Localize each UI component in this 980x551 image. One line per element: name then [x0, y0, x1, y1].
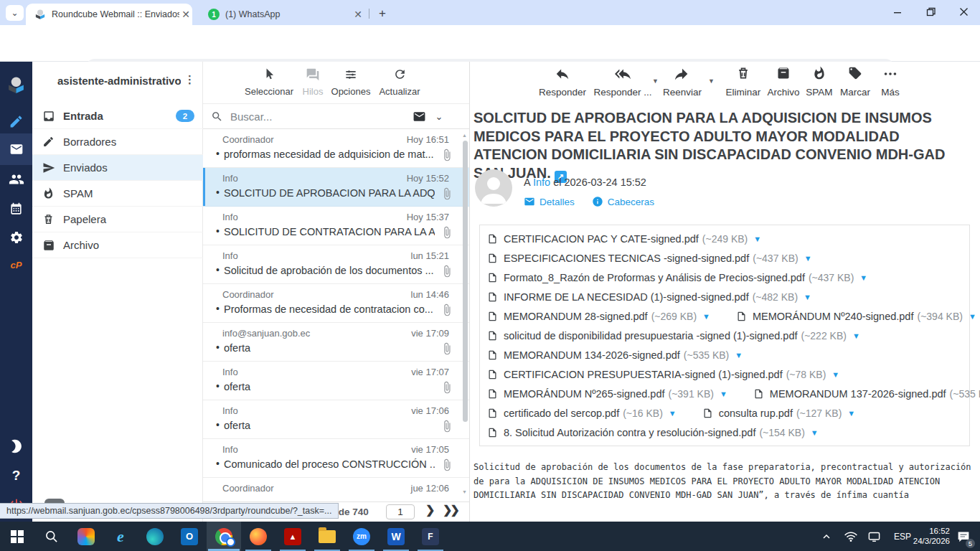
- last-page-icon[interactable]: ❯❯: [443, 503, 458, 517]
- attachment-item[interactable]: MEMORANDUM 137-2026-signed.pdf(~535 KB)▼: [753, 387, 980, 400]
- attachment-menu-icon[interactable]: ▼: [669, 409, 677, 418]
- chrome-taskbar-icon[interactable]: [207, 522, 241, 551]
- attachment-menu-icon[interactable]: ▼: [859, 273, 867, 282]
- refresh-button[interactable]: Actualizar: [367, 62, 432, 97]
- message-row[interactable]: Coordinadorlun 14:46 •Proformas de neces…: [203, 284, 469, 323]
- recipient-link[interactable]: Info: [533, 176, 550, 188]
- settings-gear-icon[interactable]: [0, 223, 32, 252]
- attachment-item[interactable]: ESPECIFICACIONES TECNICAS -signed-signed…: [487, 252, 812, 265]
- paperclip-icon: [440, 458, 453, 471]
- message-row-selected[interactable]: InfoHoy 15:52 •SOLCITUD DE APROBACION PA…: [203, 168, 469, 207]
- tray-expand-chevron-icon[interactable]: [816, 522, 837, 551]
- file-explorer-icon[interactable]: [310, 522, 344, 551]
- contacts-icon[interactable]: [0, 165, 32, 194]
- attachment-item[interactable]: consulta rup.pdf(~127 KB)▼: [702, 407, 856, 420]
- attachment-item[interactable]: CERTIFICACION PAC Y CATE-signed.pdf(~249…: [487, 232, 761, 245]
- attachment-item[interactable]: 8. Solicitud Autorización contra y resol…: [487, 426, 819, 439]
- more-button[interactable]: Más: [860, 62, 920, 98]
- details-link[interactable]: Detalles: [540, 197, 575, 207]
- message-row[interactable]: Infovie 17:05 •Comunicado del proceso CO…: [203, 439, 469, 478]
- account-menu-icon[interactable]: ⋮: [184, 73, 195, 86]
- attachment-menu-icon[interactable]: ▼: [969, 312, 976, 321]
- help-icon[interactable]: ?: [0, 461, 32, 490]
- message-row[interactable]: InfoHoy 15:37 •SOLICITUD DE CONTRATACION…: [203, 207, 469, 245]
- tab-search-button[interactable]: ⌄: [6, 5, 24, 21]
- message-row[interactable]: CoordinadorHoy 16:51 •proformas necesida…: [203, 129, 469, 168]
- headers-link[interactable]: Cabeceras: [608, 197, 654, 207]
- reply-button[interactable]: Responder: [532, 62, 593, 98]
- mail-icon[interactable]: [0, 135, 32, 164]
- message-row[interactable]: Infovie 17:07 •oferta: [203, 362, 469, 400]
- copilot-icon[interactable]: [69, 522, 103, 551]
- dark-mode-moon-icon[interactable]: [0, 432, 32, 461]
- fec-app-icon[interactable]: F: [413, 522, 448, 551]
- outlook-icon[interactable]: O: [172, 522, 207, 551]
- attachment-item[interactable]: MEMORÁNDUM Nº240-signed.pdf(~394 KB)▼: [736, 310, 976, 323]
- taskbar: e O ▲ zm W F ESP 16:52 24/3/2026 5: [0, 522, 980, 551]
- minimize-button[interactable]: [881, 0, 914, 24]
- zoom-icon[interactable]: zm: [344, 522, 379, 551]
- message-row[interactable]: Infolun 15:21 •Solicitud de aprobación d…: [203, 245, 469, 284]
- sidebar-item-entrada[interactable]: Entrada 2: [32, 103, 203, 129]
- message-row[interactable]: info@sanjuan.gob.ecvie 17:09 •oferta: [203, 323, 469, 362]
- page-input[interactable]: [386, 504, 415, 519]
- search-input[interactable]: [230, 110, 381, 123]
- attachment-item[interactable]: solicitud de disponibilidad presupuestar…: [487, 329, 860, 342]
- cpanel-icon[interactable]: cP: [0, 250, 32, 279]
- attachment-menu-icon[interactable]: ▼: [753, 235, 761, 243]
- taskbar-search-icon[interactable]: [34, 522, 69, 551]
- search-options-chevron-icon[interactable]: ⌄: [430, 111, 448, 122]
- attachment-item[interactable]: Formato_8_Razón de Proformas y Análisis …: [487, 271, 867, 284]
- attachment-menu-icon[interactable]: ▼: [811, 428, 819, 437]
- attachment-menu-icon[interactable]: ▼: [804, 293, 811, 301]
- new-tab-button[interactable]: +: [374, 6, 390, 22]
- tab-roundcube[interactable]: Roundcube Webmail :: Enviados ✕: [26, 4, 192, 25]
- firefox-icon[interactable]: [241, 522, 275, 551]
- attachment-item[interactable]: INFORME DE LA NECESIDAD (1)-signed-signe…: [487, 291, 811, 303]
- reply-all-button[interactable]: Responder ...: [593, 62, 653, 98]
- attachment-item[interactable]: MEMORANDUM 134-2026-signed.pdf(~535 KB)▼: [487, 349, 743, 362]
- tab-close-icon[interactable]: ✕: [352, 9, 364, 20]
- taskbar-clock[interactable]: 16:52 24/3/2026: [905, 527, 950, 546]
- list-scroll-up-icon[interactable]: ▲: [462, 133, 467, 138]
- calendar-icon[interactable]: [0, 194, 32, 223]
- compose-icon[interactable]: [0, 107, 32, 136]
- forward-button[interactable]: Reenviar: [652, 62, 712, 98]
- send-icon: [42, 161, 55, 174]
- sidebar-item-papelera[interactable]: Papelera: [32, 207, 203, 232]
- attachment-menu-icon[interactable]: ▼: [804, 254, 812, 263]
- display-tray-icon[interactable]: [864, 522, 884, 551]
- list-scrollbar-thumb[interactable]: [463, 141, 468, 422]
- sidebar-item-enviados[interactable]: Enviados: [32, 155, 203, 181]
- search-scope-mail-icon[interactable]: [408, 110, 430, 123]
- attachment-menu-icon[interactable]: ▼: [735, 351, 743, 359]
- start-button[interactable]: [0, 522, 34, 551]
- word-icon[interactable]: W: [379, 522, 413, 551]
- message-row[interactable]: Coordinadorjue 12:06: [203, 478, 469, 501]
- tab-close-icon[interactable]: ✕: [179, 9, 192, 20]
- next-page-icon[interactable]: ❯: [425, 503, 435, 517]
- attachment-menu-icon[interactable]: ▼: [847, 409, 855, 418]
- attachment-item[interactable]: certificado del sercop.pdf(~16 KB)▼: [487, 407, 677, 420]
- acrobat-icon[interactable]: ▲: [275, 522, 310, 551]
- attachment-menu-icon[interactable]: ▼: [720, 390, 727, 398]
- sidebar-item-archivo[interactable]: Archivo: [32, 232, 203, 258]
- tab-whatsapp[interactable]: 1 (1) WhatsApp ✕: [199, 4, 364, 25]
- edge-icon[interactable]: [138, 522, 172, 551]
- sidebar-item-spam[interactable]: SPAM: [32, 181, 203, 207]
- close-window-button[interactable]: [947, 0, 980, 24]
- list-scroll-down-icon[interactable]: ▼: [462, 489, 467, 494]
- attachment-menu-icon[interactable]: ▼: [702, 312, 710, 321]
- restore-button[interactable]: [914, 0, 947, 24]
- attachment-item[interactable]: CERTIFICACION PRESUPUESTARIA-signed (1)-…: [487, 368, 839, 381]
- message-row[interactable]: Infovie 17:06 •oferta: [203, 400, 469, 439]
- wifi-icon[interactable]: [841, 522, 861, 551]
- attachment-item[interactable]: MEMORÁNDUM Nº265-signed.pdf(~391 KB)▼: [487, 387, 727, 400]
- sidebar-item-borradores[interactable]: Borradores: [32, 129, 203, 155]
- attachment-item[interactable]: MEMORANDUM 28-signed.pdf(~269 KB)▼: [487, 310, 710, 323]
- attachment-menu-icon[interactable]: ▼: [852, 331, 860, 340]
- notification-center-icon[interactable]: 5: [951, 522, 976, 551]
- internet-explorer-icon[interactable]: e: [103, 522, 138, 551]
- avatar: [475, 169, 512, 207]
- attachment-menu-icon[interactable]: ▼: [831, 370, 839, 379]
